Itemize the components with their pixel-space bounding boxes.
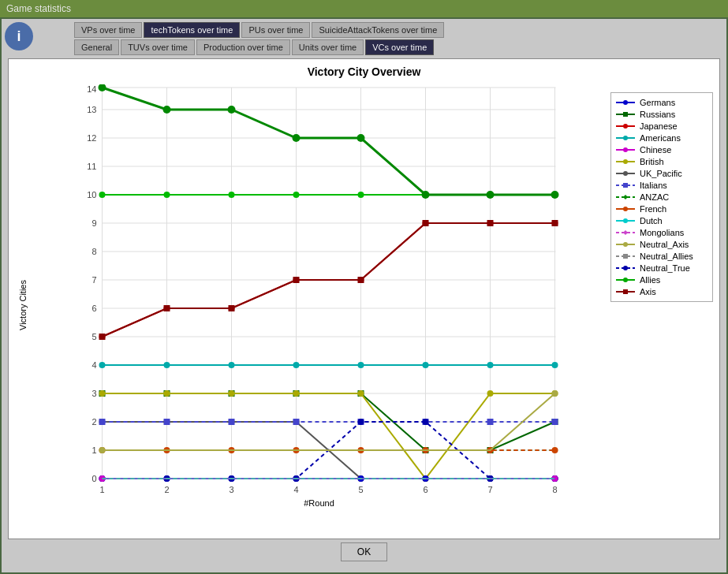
legend-item-allies: Allies — [616, 275, 707, 285]
svg-point-69 — [552, 362, 558, 368]
svg-text:5: 5 — [358, 485, 363, 494]
svg-rect-141 — [552, 220, 558, 226]
svg-point-130 — [358, 192, 364, 198]
svg-text:13: 13 — [87, 105, 96, 114]
svg-point-161 — [623, 136, 628, 140]
svg-point-173 — [623, 207, 628, 211]
legend-item-americans: Americans — [616, 133, 707, 143]
legend-item-british: British — [616, 157, 707, 166]
svg-rect-100 — [487, 419, 494, 425]
tab-units[interactable]: Units over time — [292, 39, 364, 55]
svg-rect-95 — [164, 419, 170, 425]
svg-point-142 — [99, 447, 106, 453]
svg-point-122 — [358, 419, 364, 425]
svg-point-73 — [293, 390, 300, 397]
svg-point-143 — [552, 390, 558, 397]
svg-text:6: 6 — [91, 304, 96, 313]
tab-vcs[interactable]: VCs over time — [365, 39, 434, 55]
legend-item-neutral-axis: Neutral_Axis — [616, 240, 707, 249]
svg-point-65 — [293, 362, 300, 368]
svg-point-150 — [357, 134, 365, 142]
svg-rect-134 — [99, 334, 106, 340]
svg-point-62 — [99, 362, 106, 368]
tab-row-2: General TUVs over time Production over t… — [74, 39, 444, 55]
chart-svg-area: 0 1 2 3 4 5 6 7 8 9 10 11 12 13 — [34, 84, 604, 526]
svg-text:6: 6 — [423, 485, 427, 494]
svg-text:14: 14 — [87, 84, 96, 94]
svg-text:4: 4 — [91, 360, 96, 370]
svg-text:3: 3 — [91, 389, 96, 398]
legend-item-neutral-allies: Neutral_Allies — [616, 252, 707, 261]
svg-text:2: 2 — [91, 417, 96, 427]
svg-text:7: 7 — [91, 275, 96, 285]
svg-point-123 — [423, 419, 429, 425]
svg-rect-136 — [229, 305, 235, 311]
tab-pus[interactable]: PUs over time — [241, 22, 310, 38]
svg-point-159 — [623, 124, 628, 129]
svg-rect-101 — [552, 419, 558, 425]
svg-point-70 — [99, 390, 106, 397]
svg-point-127 — [164, 192, 170, 198]
svg-rect-137 — [293, 277, 300, 283]
info-icon[interactable]: i — [5, 22, 33, 50]
svg-point-183 — [623, 266, 628, 270]
svg-point-147 — [163, 106, 171, 114]
svg-rect-187 — [623, 289, 628, 294]
tab-row-1: VPs over time techTokens over time PUs o… — [74, 22, 444, 38]
svg-point-152 — [487, 191, 495, 199]
svg-text:10: 10 — [87, 190, 96, 199]
tab-tuvs[interactable]: TUVs over time — [121, 39, 195, 55]
svg-rect-97 — [293, 419, 300, 425]
tab-production[interactable]: Production over time — [196, 39, 290, 55]
svg-point-64 — [229, 362, 235, 368]
svg-point-117 — [552, 447, 558, 453]
legend-item-germans: Germans — [616, 98, 707, 107]
svg-point-153 — [551, 191, 559, 199]
legend-item-italians: Italians — [616, 181, 707, 190]
svg-point-149 — [293, 134, 301, 142]
svg-rect-135 — [164, 305, 170, 311]
svg-text:8: 8 — [552, 485, 557, 494]
legend-item-dutch: Dutch — [616, 216, 707, 226]
svg-point-179 — [623, 242, 628, 247]
svg-rect-169 — [623, 183, 628, 188]
svg-text:8: 8 — [91, 247, 96, 256]
svg-point-71 — [164, 390, 170, 397]
legend-item-japanese: Japanese — [616, 121, 707, 131]
y-axis-label: Victory Cities — [15, 84, 31, 526]
svg-rect-138 — [358, 277, 364, 283]
svg-text:1: 1 — [99, 485, 104, 494]
legend-item-neutral-true: Neutral_True — [616, 263, 707, 273]
svg-point-185 — [623, 278, 628, 282]
tab-general[interactable]: General — [74, 39, 119, 55]
ok-button[interactable]: OK — [341, 542, 387, 561]
legend-item-french: French — [616, 204, 707, 214]
svg-point-167 — [623, 171, 628, 176]
svg-point-63 — [164, 362, 170, 368]
svg-text:5: 5 — [91, 332, 96, 341]
svg-text:0: 0 — [91, 474, 96, 483]
svg-point-68 — [487, 362, 494, 368]
ok-bar: OK — [5, 542, 723, 561]
svg-marker-171 — [623, 195, 628, 199]
svg-rect-157 — [623, 112, 628, 117]
svg-rect-140 — [487, 220, 494, 226]
chart-area: Victory Cities 0 1 2 3 4 5 6 7 8 — [15, 84, 713, 526]
svg-text:12: 12 — [87, 133, 96, 143]
tab-vps[interactable]: VPs over time — [74, 22, 142, 38]
title-bar: Game statistics — [0, 0, 728, 17]
svg-point-175 — [623, 218, 628, 223]
x-axis-label: #Round — [34, 498, 604, 508]
svg-point-146 — [99, 84, 106, 91]
svg-rect-94 — [99, 419, 106, 425]
chart-svg: 0 1 2 3 4 5 6 7 8 9 10 11 12 13 — [34, 84, 604, 494]
legend-item-chinese: Chinese — [616, 145, 707, 155]
svg-point-165 — [623, 159, 628, 164]
svg-point-163 — [623, 147, 628, 152]
tab-rows: VPs over time techTokens over time PUs o… — [39, 22, 444, 55]
tab-suicide[interactable]: SuicideAttackTokens over time — [312, 22, 444, 38]
svg-text:1: 1 — [91, 445, 96, 455]
tab-tech[interactable]: techTokens over time — [144, 22, 240, 38]
title-text: Game statistics — [6, 3, 71, 14]
svg-text:2: 2 — [164, 485, 169, 494]
